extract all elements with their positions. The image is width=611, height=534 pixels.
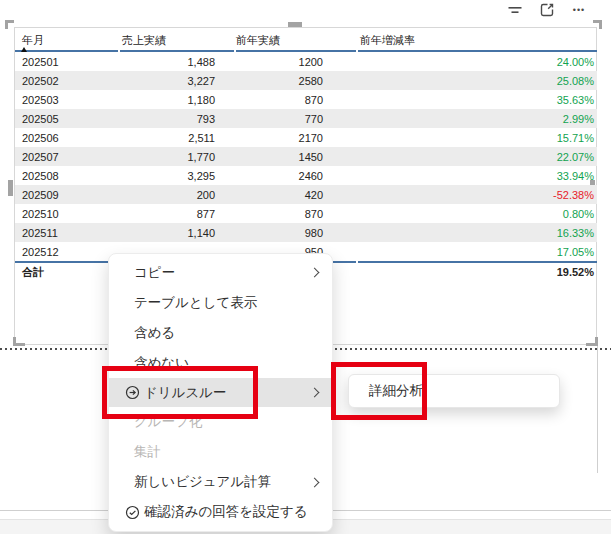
cell-sales: 1,770 [120,151,234,163]
table-row[interactable]: 2025023,227258025.08% [15,71,597,90]
cell-prev: 1200 [236,56,356,68]
resize-handle-top-left-v[interactable] [5,20,8,29]
menu-item-1[interactable]: テーブルとして表示 [109,288,332,318]
chevron-right-icon [310,388,320,398]
cell-yoy: 22.07% [358,151,597,163]
cell-ym: 202507 [15,151,118,163]
cell-sales: 3,295 [120,170,234,182]
cell-sales: 877 [120,208,234,220]
cell-yoy: 24.00% [358,56,597,68]
context-menu: コピーテーブルとして表示含める含めないドリルスルーグループ化集計新しいビジュアル… [108,253,333,532]
cell-prev: 1450 [236,151,356,163]
cell-yoy: 2.99% [358,113,597,125]
cell-ym: 202511 [15,227,118,239]
focus-mode-icon[interactable] [539,2,555,18]
cell-yoy: 17.05% [358,246,597,258]
menu-item-3[interactable]: 含めない [109,348,332,378]
table-row[interactable]: 2025031,18087035.63% [15,90,597,109]
resize-handle-top-right-v[interactable] [599,20,602,29]
visual-header-toolbar: ••• [507,1,587,19]
chevron-right-icon [310,268,320,278]
cell-sales: 200 [120,189,234,201]
menu-item-label: テーブルとして表示 [134,294,257,312]
sort-ascending-icon[interactable] [21,47,27,52]
submenu-item-detail-analysis[interactable]: 詳細分析 [349,382,423,400]
cell-sales: 3,227 [120,75,234,87]
total-label: 合計 [15,261,118,281]
cell-yoy: 35.63% [358,94,597,106]
chevron-right-icon [310,477,320,487]
cell-prev: 870 [236,208,356,220]
power-bi-canvas: ••• 年月 売上実績 前年実績 前年増減率 2025011,488120024… [0,0,611,534]
table-row[interactable]: 2025083,295246033.94% [15,166,597,185]
visual-right-border-extension [597,345,598,473]
resize-handle-left-middle[interactable] [8,180,13,196]
cell-ym: 202502 [15,75,118,87]
sales-table-visual: 年月 売上実績 前年実績 前年増減率 2025011,488120024.00%… [15,30,597,281]
filter-icon[interactable] [507,2,523,18]
cell-ym: 202509 [15,189,118,201]
cell-sales: 1,140 [120,227,234,239]
menu-item-label: コピー [134,264,175,282]
cell-sales: 1,488 [120,56,234,68]
total-yoy: 19.52% [358,261,597,281]
menu-item-label: 含める [134,324,175,342]
column-header-yoy[interactable]: 前年増減率 [358,30,597,52]
menu-item-8[interactable]: 確認済みの回答を設定する [109,497,332,527]
column-header-prev[interactable]: 前年実績 [236,30,356,52]
table-row[interactable]: 202509200420-52.38% [15,185,597,204]
table-header-row: 年月 売上実績 前年実績 前年増減率 [15,30,597,52]
resize-handle-bottom-left[interactable] [13,343,25,346]
cell-prev: 2170 [236,132,356,144]
cell-ym: 202505 [15,113,118,125]
cell-yoy: 15.71% [358,132,597,144]
cell-ym: 202503 [15,94,118,106]
menu-item-4[interactable]: ドリルスルー [109,378,332,408]
menu-item-7[interactable]: 新しいビジュアル計算 [109,467,332,497]
cell-yoy: 0.80% [358,208,597,220]
cell-sales: 793 [120,113,234,125]
table-body: 2025011,488120024.00%2025023,227258025.0… [15,52,597,261]
more-options-icon[interactable]: ••• [571,2,587,18]
cell-ym: 202506 [15,132,118,144]
menu-item-label: グループ化 [134,413,202,431]
cell-yoy: 33.94% [358,170,597,182]
menu-item-6: 集計 [109,437,332,467]
cell-ym: 202510 [15,208,118,220]
column-header-sales[interactable]: 売上実績 [120,30,234,52]
cell-ym: 202508 [15,170,118,182]
cell-prev: 2460 [236,170,356,182]
menu-item-5: グループ化 [109,407,332,437]
cell-prev: 770 [236,113,356,125]
drillthrough-submenu: 詳細分析 [348,374,560,408]
cell-prev: 420 [236,189,356,201]
cell-sales: 2,511 [120,132,234,144]
cell-yoy: -52.38% [358,189,597,201]
table-row[interactable]: 2025108778700.80% [15,204,597,223]
cell-sales: 1,180 [120,94,234,106]
menu-item-2[interactable]: 含める [109,318,332,348]
menu-item-label: 含めない [134,354,189,372]
cell-ym: 202512 [15,246,118,258]
resize-handle-top-middle[interactable] [288,22,302,27]
cell-prev: 980 [236,227,356,239]
table-row[interactable]: 2025011,488120024.00% [15,52,597,71]
cell-prev: 2580 [236,75,356,87]
table-row[interactable]: 2025111,14098016.33% [15,223,597,242]
menu-item-label: 新しいビジュアル計算 [134,473,271,491]
cell-prev: 870 [236,94,356,106]
resize-handle-bottom-right[interactable] [586,343,598,346]
verified-check-icon [125,505,140,520]
menu-item-label: 集計 [134,443,161,461]
menu-item-label: 確認済みの回答を設定する [144,503,308,521]
cell-yoy: 16.33% [358,227,597,239]
table-row[interactable]: 2025071,770145022.07% [15,147,597,166]
drillthrough-icon [125,385,140,400]
cell-yoy: 25.08% [358,75,597,87]
menu-item-label: ドリルスルー [144,384,227,402]
column-header-ym[interactable]: 年月 [15,30,118,52]
cell-ym: 202501 [15,56,118,68]
table-row[interactable]: 2025062,511217015.71% [15,128,597,147]
table-row[interactable]: 2025057937702.99% [15,109,597,128]
menu-item-0[interactable]: コピー [109,258,332,288]
